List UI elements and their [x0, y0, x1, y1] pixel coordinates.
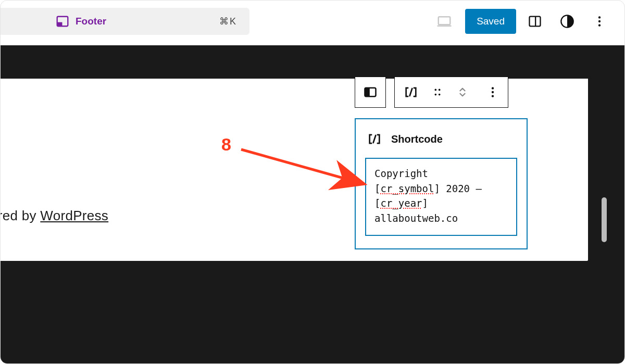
parent-block-button[interactable] — [355, 77, 386, 108]
svg-point-8 — [598, 20, 601, 22]
svg-rect-2 — [439, 17, 451, 24]
powered-by-text: ered by — [0, 208, 40, 223]
template-part-icon — [56, 15, 69, 28]
styles-icon[interactable] — [554, 8, 581, 35]
block-tools-group — [394, 77, 478, 108]
svg-point-13 — [435, 89, 437, 91]
block-more-button[interactable] — [477, 77, 508, 108]
shortcode-block[interactable]: Shortcode Copyright[cr_symbol] 2020 –[cr… — [355, 118, 528, 249]
svg-line-20 — [373, 135, 376, 143]
svg-point-16 — [439, 94, 441, 96]
wordpress-link[interactable]: WordPress — [40, 208, 108, 223]
editor-stage: ered by WordPress — [1, 45, 624, 363]
shortcode-block-header: Shortcode — [367, 132, 517, 146]
sidebar-toggle-icon[interactable] — [521, 8, 548, 35]
move-updown-icon[interactable] — [457, 85, 468, 99]
editor-topbar: Footer ⌘K Saved — [1, 1, 624, 42]
save-button[interactable]: Saved — [465, 9, 516, 34]
template-name-label: Footer — [76, 16, 106, 27]
view-desktop-icon[interactable] — [431, 8, 458, 35]
svg-rect-1 — [57, 22, 63, 27]
svg-point-9 — [598, 24, 601, 26]
template-name-button[interactable]: Footer ⌘K — [1, 8, 249, 35]
shortcode-icon — [367, 132, 382, 146]
svg-point-18 — [491, 91, 493, 93]
command-k-shortcut: ⌘K — [219, 16, 237, 27]
svg-point-17 — [491, 87, 493, 89]
svg-point-15 — [435, 94, 437, 96]
svg-point-7 — [598, 16, 601, 18]
block-toolbar — [355, 77, 508, 108]
svg-point-14 — [439, 89, 441, 91]
shortcode-icon[interactable] — [404, 85, 418, 99]
site-footer-credit: ered by WordPress — [0, 208, 108, 224]
svg-line-12 — [410, 89, 413, 96]
scrollbar-thumb[interactable] — [602, 197, 607, 242]
svg-point-19 — [491, 95, 493, 97]
shortcode-textarea[interactable]: Copyright[cr_symbol] 2020 –[cr_year]alla… — [365, 158, 517, 236]
topbar-right-tools: Saved — [431, 1, 624, 42]
svg-rect-11 — [365, 88, 370, 96]
options-kebab-icon[interactable] — [586, 8, 613, 35]
shortcode-block-title: Shortcode — [391, 133, 443, 145]
drag-handle-icon[interactable] — [432, 86, 443, 98]
